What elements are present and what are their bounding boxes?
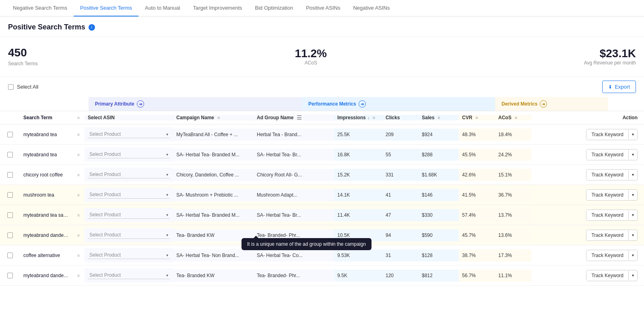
- track-keyword-caret-2[interactable]: ▾: [628, 170, 637, 179]
- row-checkbox-1[interactable]: [0, 149, 20, 161]
- select-product-dropdown-2[interactable]: Select Product ▾: [88, 171, 170, 178]
- select-product-dropdown-4[interactable]: Select Product ▾: [88, 211, 170, 219]
- checkbox-6[interactable]: [7, 253, 13, 258]
- track-keyword-button-0[interactable]: Track Keyword ▾: [586, 129, 638, 140]
- row-select-asin-2[interactable]: Select Product ▾: [85, 168, 173, 182]
- track-keyword-button-5[interactable]: Track Keyword ▾: [586, 230, 638, 241]
- row-campaign-2: Chicory, Dandelion, Coffee ...: [173, 169, 254, 181]
- filter-icon-sales[interactable]: ≡: [438, 115, 440, 120]
- filter-icon-acos[interactable]: ≡: [515, 115, 517, 120]
- filter-row-icon-5[interactable]: ≡: [77, 233, 80, 238]
- row-sales-5: $590: [419, 229, 459, 241]
- track-keyword-button-2[interactable]: Track Keyword ▾: [586, 169, 638, 180]
- tab-positive-search-terms[interactable]: Positive Search Terms: [74, 0, 138, 17]
- row-select-asin-0[interactable]: Select Product ▾: [85, 127, 173, 141]
- select-product-dropdown-6[interactable]: Select Product ▾: [88, 251, 170, 259]
- checkbox-4[interactable]: [7, 212, 13, 218]
- track-keyword-label-3[interactable]: Track Keyword: [586, 190, 628, 200]
- filter-icon-search[interactable]: ≡: [77, 115, 80, 120]
- filter-row-icon-7[interactable]: ≡: [77, 273, 80, 278]
- filter-icon-campaign[interactable]: ≡: [217, 115, 220, 120]
- select-product-dropdown-5[interactable]: Select Product ▾: [88, 231, 170, 239]
- row-cvr-6: 38.7%: [459, 249, 495, 261]
- sort-icon-impressions[interactable]: ↓: [367, 116, 369, 120]
- tab-bid-optimization[interactable]: Bid Optimization: [249, 0, 300, 17]
- menu-icon-adgroup[interactable]: ☰: [297, 114, 302, 121]
- track-keyword-caret-0[interactable]: ▾: [628, 130, 637, 139]
- track-keyword-button-6[interactable]: Track Keyword ▾: [586, 250, 638, 261]
- row-checkbox-5[interactable]: [0, 229, 20, 241]
- row-select-asin-6[interactable]: Select Product ▾: [85, 248, 173, 262]
- tooltip-text: It is a unique name of the ad group with…: [247, 241, 366, 247]
- track-keyword-caret-7[interactable]: ▾: [628, 271, 637, 280]
- row-checkbox-3[interactable]: [0, 189, 20, 201]
- select-all-label[interactable]: Select All: [17, 84, 38, 90]
- info-icon[interactable]: i: [89, 24, 95, 31]
- filter-icon-cvr[interactable]: ≡: [475, 115, 478, 120]
- derived-metrics-icon[interactable]: ➔: [540, 100, 547, 108]
- row-checkbox-2[interactable]: [0, 169, 20, 181]
- export-button[interactable]: ⬇ Export: [602, 81, 636, 93]
- filter-row-icon-0[interactable]: ≡: [77, 132, 80, 137]
- tab-auto-to-manual[interactable]: Auto to Manual: [138, 0, 186, 17]
- row-checkbox-0[interactable]: [0, 129, 20, 141]
- track-keyword-button-3[interactable]: Track Keyword ▾: [586, 189, 638, 201]
- row-select-asin-4[interactable]: Select Product ▾: [85, 208, 173, 222]
- row-action-1: Track Keyword ▾: [531, 146, 644, 164]
- track-keyword-caret-4[interactable]: ▾: [628, 210, 637, 220]
- row-select-asin-7[interactable]: Select Product ▾: [85, 268, 173, 282]
- row-select-asin-5[interactable]: Select Product ▾: [85, 228, 173, 242]
- track-keyword-label-1[interactable]: Track Keyword: [586, 149, 628, 160]
- search-term-text-1: myteabrand tea: [23, 152, 57, 158]
- checkbox-0[interactable]: [7, 132, 13, 137]
- track-keyword-label-7[interactable]: Track Keyword: [586, 270, 628, 281]
- filter-icon-impressions[interactable]: ≡: [373, 115, 375, 120]
- checkbox-5[interactable]: [7, 232, 13, 238]
- checkbox-1[interactable]: [7, 152, 13, 158]
- track-keyword-button-7[interactable]: Track Keyword ▾: [586, 270, 638, 281]
- track-keyword-label-4[interactable]: Track Keyword: [586, 210, 628, 220]
- select-product-dropdown-7[interactable]: Select Product ▾: [88, 272, 170, 279]
- filter-row-icon-1[interactable]: ≡: [77, 152, 80, 157]
- filter-row-icon-3[interactable]: ≡: [77, 193, 80, 197]
- track-keyword-label-5[interactable]: Track Keyword: [586, 230, 628, 241]
- track-keyword-caret-3[interactable]: ▾: [628, 190, 637, 199]
- track-keyword-label-2[interactable]: Track Keyword: [586, 170, 628, 180]
- tab-negative-asins[interactable]: Negative ASINs: [347, 0, 396, 17]
- row-select-asin-3[interactable]: Select Product ▾: [85, 188, 173, 202]
- filter-row-icon-4[interactable]: ≡: [77, 213, 80, 218]
- select-product-dropdown-1[interactable]: Select Product ▾: [88, 151, 170, 158]
- row-clicks-1: 55: [382, 149, 419, 161]
- row-checkbox-6[interactable]: [0, 249, 20, 261]
- row-acos-7: 11.1%: [495, 270, 531, 282]
- row-filter-3: ≡: [72, 189, 85, 201]
- row-checkbox-7[interactable]: [0, 270, 20, 282]
- row-campaign-6: SA- Herbal Tea- Non Brand...: [173, 249, 254, 261]
- filter-row-icon-2[interactable]: ≡: [77, 172, 80, 177]
- impressions-value-1: 16.8K: [337, 152, 350, 158]
- tab-negative-search-terms[interactable]: Negative Search Terms: [6, 0, 74, 17]
- select-all-row: Select All: [8, 84, 38, 90]
- track-keyword-label-0[interactable]: Track Keyword: [586, 129, 628, 140]
- track-keyword-button-1[interactable]: Track Keyword ▾: [586, 149, 638, 160]
- checkbox-7[interactable]: [7, 273, 13, 278]
- track-keyword-button-4[interactable]: Track Keyword ▾: [586, 209, 638, 221]
- checkbox-3[interactable]: [7, 192, 13, 198]
- select-product-dropdown-0[interactable]: Select Product ▾: [88, 131, 170, 138]
- row-search-term-7: myteabrand dandelion: [20, 270, 72, 282]
- select-product-dropdown-3[interactable]: Select Product ▾: [88, 191, 170, 199]
- checkbox-2[interactable]: [7, 172, 13, 178]
- track-keyword-caret-1[interactable]: ▾: [628, 150, 637, 159]
- select-all-checkbox[interactable]: [8, 84, 14, 90]
- tab-positive-asins[interactable]: Positive ASINs: [299, 0, 347, 17]
- row-checkbox-4[interactable]: [0, 209, 20, 221]
- performance-metrics-icon[interactable]: ➔: [359, 100, 366, 108]
- track-keyword-label-6[interactable]: Track Keyword: [586, 250, 628, 261]
- track-keyword-caret-6[interactable]: ▾: [628, 251, 637, 260]
- filter-row-icon-6[interactable]: ≡: [77, 253, 80, 258]
- row-select-asin-1[interactable]: Select Product ▾: [85, 147, 173, 162]
- search-term-text-7: myteabrand dandelion: [23, 273, 69, 278]
- tab-target-improvements[interactable]: Target Improvements: [186, 0, 248, 17]
- track-keyword-caret-5[interactable]: ▾: [628, 230, 637, 240]
- primary-attribute-icon[interactable]: ➔: [137, 100, 144, 108]
